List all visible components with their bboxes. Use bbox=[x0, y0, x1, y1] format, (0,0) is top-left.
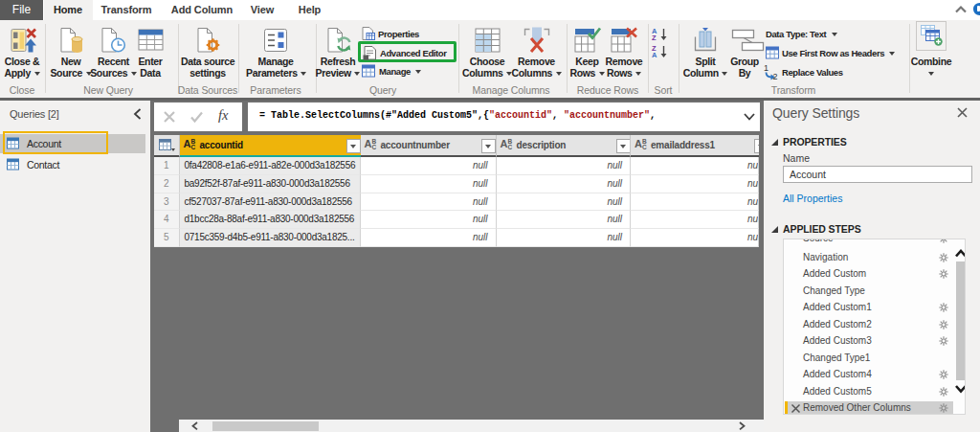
svg-text:1: 1 bbox=[764, 63, 768, 73]
svg-text:2: 2 bbox=[773, 72, 778, 81]
svg-text:Z: Z bbox=[652, 34, 657, 42]
svg-text:A: A bbox=[652, 51, 657, 59]
